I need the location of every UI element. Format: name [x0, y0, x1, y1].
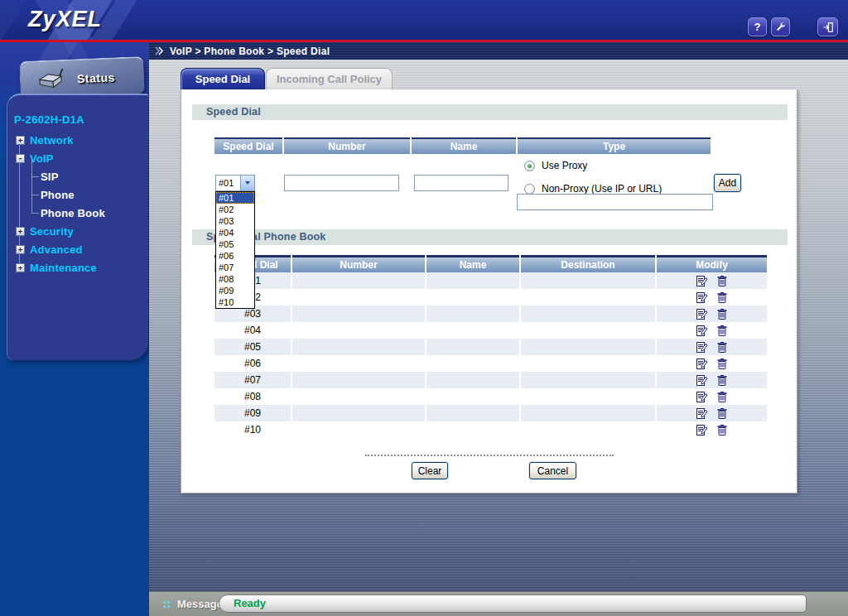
- name-input[interactable]: [414, 175, 508, 191]
- dropdown-option[interactable]: #08: [216, 273, 254, 285]
- wizard-button[interactable]: [771, 17, 790, 36]
- trash-icon[interactable]: [717, 407, 727, 419]
- edit-icon[interactable]: [696, 325, 708, 336]
- add-button[interactable]: Add: [714, 174, 741, 192]
- edit-icon[interactable]: [696, 341, 708, 353]
- column-header: Number: [292, 255, 425, 272]
- help-button[interactable]: ?: [748, 17, 767, 36]
- sidebar: Status P-2602H-D1A + Network - VoIP SIP …: [0, 42, 149, 616]
- cell-name: [426, 306, 519, 322]
- trash-icon[interactable]: [717, 341, 727, 353]
- header-decoration: [0, 0, 31, 40]
- cell-destination: [521, 322, 655, 339]
- trash-icon[interactable]: [717, 424, 727, 436]
- cell-modify: [657, 272, 767, 289]
- cell-speed-dial: #05: [214, 339, 291, 355]
- breadcrumb-text: VoIP > Phone Book > Speed Dial: [170, 46, 330, 57]
- dropdown-option[interactable]: #02: [216, 204, 254, 215]
- trash-icon[interactable]: [717, 391, 727, 402]
- trash-icon[interactable]: [717, 358, 727, 369]
- number-input[interactable]: [284, 175, 399, 191]
- cell-modify: [657, 388, 767, 405]
- trash-icon[interactable]: [717, 374, 727, 386]
- edit-icon[interactable]: [696, 391, 708, 402]
- edit-icon[interactable]: [696, 374, 708, 386]
- sidebar-item-phone-book[interactable]: Phone Book: [41, 205, 105, 221]
- trash-icon[interactable]: [717, 308, 727, 320]
- expand-icon[interactable]: +: [16, 136, 25, 145]
- breadcrumb-icon: [155, 46, 164, 55]
- sidebar-item-sip[interactable]: SIP: [41, 168, 59, 185]
- edit-icon[interactable]: [696, 424, 708, 436]
- exit-icon: [822, 22, 834, 33]
- edit-icon[interactable]: [696, 275, 708, 286]
- sidebar-item-network[interactable]: + Network: [16, 132, 74, 148]
- clear-button[interactable]: Clear: [412, 462, 448, 479]
- sidebar-item-voip[interactable]: - VoIP: [16, 150, 54, 166]
- edit-icon[interactable]: [696, 358, 708, 369]
- trash-icon[interactable]: [717, 275, 727, 286]
- cell-number: [292, 289, 425, 306]
- tree-line: [31, 195, 39, 195]
- non-proxy-label: Non-Proxy (Use IP or URL): [542, 183, 662, 195]
- sidebar-item-advanced[interactable]: + Advanced: [16, 241, 83, 257]
- sidebar-item-phone[interactable]: Phone: [41, 186, 75, 203]
- trash-icon[interactable]: [717, 291, 727, 303]
- cell-modify: [657, 322, 767, 339]
- column-header: Name: [412, 137, 516, 154]
- cancel-button[interactable]: Cancel: [529, 462, 576, 479]
- dropdown-option[interactable]: #06: [216, 250, 254, 262]
- dropdown-option[interactable]: #01: [216, 192, 254, 204]
- expand-icon[interactable]: +: [16, 245, 25, 254]
- sidebar-item-security[interactable]: + Security: [16, 223, 74, 239]
- column-header: Speed Dial: [214, 137, 282, 154]
- cell-number: [292, 306, 425, 322]
- dropdown-option[interactable]: #09: [216, 285, 254, 296]
- use-proxy-radio[interactable]: [524, 161, 535, 171]
- sidebar-item-maintenance[interactable]: + Maintenance: [16, 259, 97, 276]
- trash-icon[interactable]: [717, 325, 727, 336]
- device-name: P-2602H-D1A: [14, 113, 84, 126]
- table-row: #10: [214, 421, 767, 438]
- cell-name: [426, 289, 519, 306]
- cell-number: [292, 272, 425, 289]
- expand-icon[interactable]: +: [16, 227, 25, 236]
- edit-icon[interactable]: [696, 407, 708, 419]
- collapse-icon[interactable]: -: [16, 154, 25, 163]
- table-row: #05: [214, 339, 767, 355]
- cell-speed-dial: #07: [214, 372, 291, 388]
- cell-modify: [657, 339, 767, 355]
- cell-modify: [657, 372, 767, 388]
- speed-dial-dropdown: #01 #02 #03 #04 #05 #06 #07 #08 #09 #10: [215, 191, 255, 309]
- cell-name: [426, 372, 519, 388]
- dropdown-option[interactable]: #04: [216, 227, 254, 238]
- use-proxy-option: Use Proxy: [524, 160, 587, 171]
- use-proxy-label: Use Proxy: [542, 160, 587, 171]
- edit-icon[interactable]: [696, 291, 708, 303]
- section-header-speed-dial: Speed Dial: [192, 104, 788, 120]
- table-row: #04: [214, 322, 767, 339]
- cell-name: [426, 421, 519, 438]
- nav-panel: P-2602H-D1A + Network - VoIP SIP Phone P…: [7, 94, 148, 360]
- cell-name: [426, 405, 519, 421]
- tree-line: [31, 213, 39, 214]
- dropdown-option[interactable]: #05: [216, 238, 254, 250]
- cell-name: [426, 339, 519, 355]
- table-row: #07: [214, 372, 767, 388]
- tab-speed-dial[interactable]: Speed Dial: [181, 68, 265, 89]
- logout-button[interactable]: [817, 17, 838, 36]
- cell-destination: [521, 388, 655, 405]
- dropdown-option[interactable]: #07: [216, 262, 254, 273]
- dropdown-option[interactable]: #03: [216, 215, 254, 227]
- cell-destination: [521, 339, 655, 355]
- cell-name: [426, 272, 519, 289]
- expand-icon[interactable]: +: [16, 263, 25, 272]
- non-proxy-radio[interactable]: [524, 184, 535, 195]
- tab-incoming-call-policy[interactable]: Incoming Call Policy: [266, 68, 393, 89]
- table-header-row: Speed Dial Number Name Destination Modif…: [214, 255, 767, 272]
- speed-dial-select[interactable]: #01: [215, 175, 255, 191]
- chevron-down-icon[interactable]: [240, 176, 254, 190]
- dropdown-option[interactable]: #10: [216, 296, 254, 308]
- non-proxy-input[interactable]: [517, 194, 713, 210]
- edit-icon[interactable]: [696, 308, 708, 320]
